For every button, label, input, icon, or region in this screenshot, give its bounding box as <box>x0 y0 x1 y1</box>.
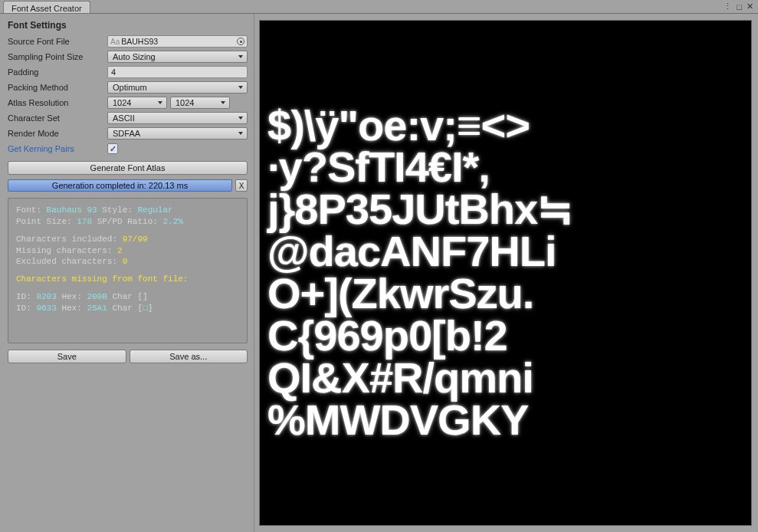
save-as-button[interactable]: Save as... <box>130 350 248 363</box>
packing-label: Packing Method <box>8 83 104 92</box>
charset-dropdown[interactable]: ASCII <box>107 112 248 124</box>
sampling-dropdown[interactable]: Auto Sizing <box>107 51 248 63</box>
generation-progress: Generation completed in: 220.13 ms <box>8 179 232 192</box>
check-icon: ✓ <box>110 144 116 154</box>
padding-input[interactable]: 4 <box>107 66 248 78</box>
left-panel: Font Settings Source Font File Aa BAUHS9… <box>0 14 254 532</box>
object-picker-icon[interactable] <box>237 38 244 45</box>
source-font-label: Source Font File <box>8 37 104 46</box>
section-header: Font Settings <box>8 18 248 34</box>
atlas-width-dropdown[interactable]: 1024 <box>107 97 167 109</box>
font-atlas-preview: $)\ÿ"oe:v;≡<> ·y?SfTI4€I*, j}8P35JUtBhx≒… <box>259 20 752 526</box>
font-prefix: Aa <box>110 38 120 46</box>
render-mode-label: Render Mode <box>8 129 104 138</box>
settings-rows: Source Font File Aa BAUHS93 Sampling Poi… <box>8 34 248 156</box>
kerning-label: Get Kerning Pairs <box>8 144 104 153</box>
save-button[interactable]: Save <box>8 350 126 363</box>
render-mode-dropdown[interactable]: SDFAA <box>107 127 248 140</box>
charset-label: Character Set <box>8 113 104 123</box>
atlas-res-label: Atlas Resolution <box>8 98 104 107</box>
generation-info-box: Font: Bauhaus 93 Style: Regular Point Si… <box>8 198 248 343</box>
titlebar: Font Asset Creator ⋮ □ ✕ <box>0 0 758 14</box>
window-tab[interactable]: Font Asset Creator <box>3 1 90 13</box>
window-body: Font Settings Source Font File Aa BAUHS9… <box>0 14 758 532</box>
kerning-checkbox[interactable]: ✓ <box>107 143 118 154</box>
padding-label: Padding <box>8 67 104 77</box>
generate-font-atlas-button[interactable]: Generate Font Atlas <box>8 161 248 175</box>
atlas-height-dropdown[interactable]: 1024 <box>170 97 230 109</box>
close-icon[interactable]: ✕ <box>747 2 753 11</box>
menu-icon[interactable]: ⋮ <box>724 2 732 11</box>
atlas-glyphs: $)\ÿ"oe:v;≡<> ·y?SfTI4€I*, j}8P35JUtBhx≒… <box>267 105 743 442</box>
font-asset-creator-window: Font Asset Creator ⋮ □ ✕ Font Settings S… <box>0 0 758 532</box>
source-font-field[interactable]: Aa BAUHS93 <box>107 35 248 48</box>
packing-dropdown[interactable]: Optimum <box>107 81 248 94</box>
progress-close-button[interactable]: X <box>235 179 248 192</box>
sampling-label: Sampling Point Size <box>8 52 104 61</box>
right-panel: $)\ÿ"oe:v;≡<> ·y?SfTI4€I*, j}8P35JUtBhx≒… <box>254 14 758 532</box>
maximize-icon[interactable]: □ <box>737 2 742 11</box>
missing-chars-header: Characters missing from font file: <box>16 274 239 285</box>
source-font-value: BAUHS93 <box>121 37 158 46</box>
